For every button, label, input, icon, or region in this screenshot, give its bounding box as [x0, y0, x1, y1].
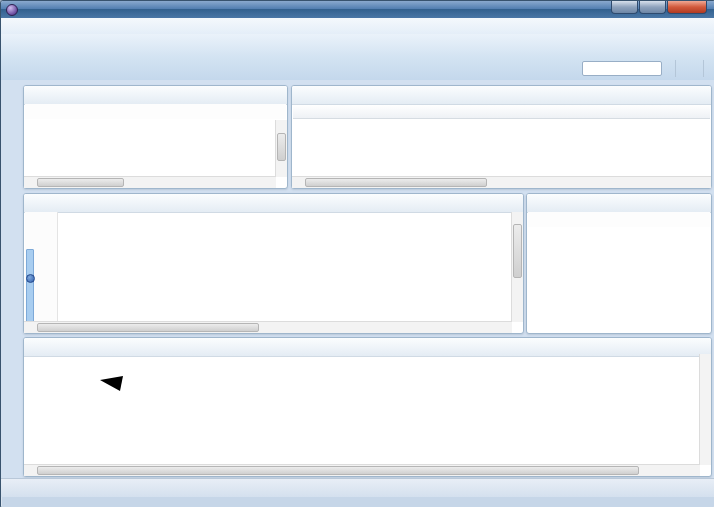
outline-view [526, 193, 712, 334]
view-min-max [701, 86, 711, 104]
eclipse-logo-icon [6, 4, 18, 16]
scroll-thumb[interactable] [277, 133, 286, 161]
console-horizontal-scrollbar[interactable] [24, 464, 700, 476]
scroll-thumb[interactable] [513, 224, 522, 278]
maximize-button[interactable] [639, 1, 666, 14]
scroll-left-arrow[interactable] [24, 466, 34, 476]
scroll-thumb[interactable] [305, 178, 487, 187]
title-bar[interactable] [1, 1, 714, 18]
scroll-right-arrow[interactable] [502, 323, 512, 333]
eclipse-window [0, 0, 714, 507]
console-view [23, 337, 712, 477]
quick-access-input[interactable] [582, 61, 662, 76]
scroll-up-arrow[interactable] [512, 212, 522, 222]
editor [23, 193, 524, 334]
variables-view [291, 85, 712, 189]
minimize-button[interactable] [611, 1, 638, 14]
open-perspective-button[interactable] [682, 61, 697, 76]
scroll-up-arrow[interactable] [700, 354, 710, 364]
menu-bar [1, 18, 714, 35]
scroll-left-arrow[interactable] [292, 178, 302, 188]
code-area[interactable] [62, 213, 511, 321]
console-view-tabs [24, 338, 711, 357]
annotation-arrow-head [100, 376, 123, 391]
toolbar-separator [675, 60, 676, 77]
toolbar-separator [703, 60, 704, 77]
scroll-down-arrow[interactable] [512, 312, 522, 322]
line-numbers [33, 213, 51, 322]
view-min-max [277, 86, 287, 104]
outline-view-toolbar [528, 212, 710, 227]
scroll-right-arrow[interactable] [266, 178, 276, 188]
view-min-max [701, 194, 711, 212]
debug-tree [25, 120, 275, 177]
editor-vertical-scrollbar[interactable] [511, 212, 523, 322]
scroll-down-arrow[interactable] [276, 167, 286, 177]
variables-horizontal-scrollbar[interactable] [292, 176, 711, 188]
console-vertical-scrollbar[interactable] [699, 354, 711, 465]
close-button[interactable] [667, 1, 707, 14]
status-bar [1, 478, 714, 497]
debug-horizontal-scrollbar[interactable] [24, 176, 276, 188]
scroll-up-arrow[interactable] [276, 120, 286, 130]
outline-view-tabs [527, 194, 711, 213]
editor-horizontal-scrollbar[interactable] [24, 321, 512, 333]
scroll-thumb[interactable] [37, 466, 639, 475]
scroll-left-arrow[interactable] [24, 323, 34, 333]
variables-view-tabs [292, 86, 711, 105]
editor-tabs [24, 194, 523, 213]
scroll-down-arrow[interactable] [700, 455, 710, 465]
debug-view-tabs [24, 86, 287, 105]
variables-table-header [293, 105, 710, 119]
annotation-circle-outer [25, 357, 110, 387]
view-min-max [513, 194, 523, 212]
debug-view [23, 85, 288, 189]
annotation-overlay [24, 352, 709, 464]
main-toolbar [1, 34, 714, 57]
debug-view-toolbar [25, 104, 286, 119]
workbench [1, 80, 714, 485]
scroll-thumb[interactable] [37, 323, 259, 332]
scroll-right-arrow[interactable] [690, 466, 700, 476]
scroll-thumb[interactable] [37, 178, 124, 187]
variables-table [293, 118, 710, 177]
outline-tree [529, 230, 709, 331]
annotation-circle [28, 360, 107, 384]
window-controls [610, 1, 707, 14]
scroll-right-arrow[interactable] [701, 178, 711, 188]
secondary-toolbar [1, 57, 714, 81]
annotation-arrow-shaft [119, 384, 220, 400]
debug-vertical-scrollbar[interactable] [275, 120, 287, 177]
scroll-left-arrow[interactable] [24, 178, 34, 188]
